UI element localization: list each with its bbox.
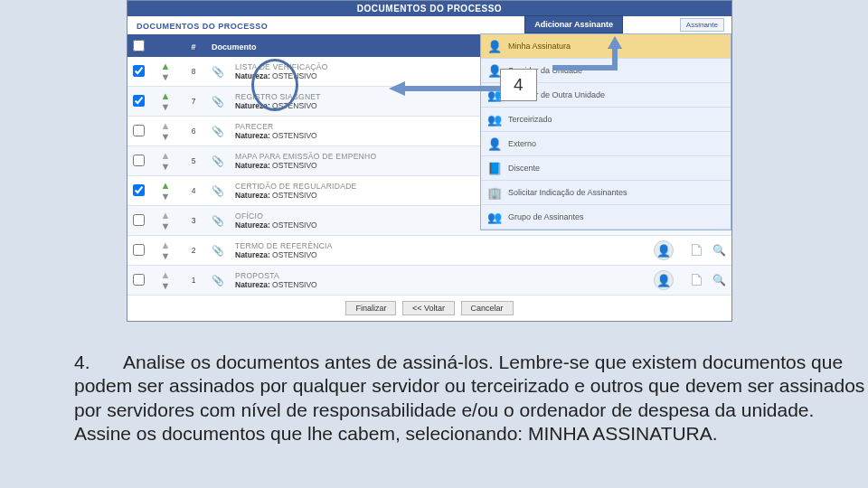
users-icon: 👥 bbox=[486, 111, 503, 127]
move-up-icon[interactable]: ▲ bbox=[161, 120, 171, 131]
document-cell[interactable]: PROPOSTANatureza: OSTENSIVO bbox=[230, 266, 627, 296]
spacer bbox=[627, 236, 642, 266]
move-down-icon[interactable]: ▼ bbox=[161, 280, 171, 291]
row-number: 6 bbox=[181, 117, 206, 146]
row-checkbox[interactable] bbox=[133, 244, 145, 256]
row-number: 2 bbox=[181, 236, 206, 266]
window-title: DOCUMENTOS DO PROCESSO bbox=[127, 1, 731, 16]
signer-chip[interactable]: Assinante bbox=[680, 18, 724, 32]
dropdown-item-4[interactable]: 👤Externo bbox=[481, 132, 731, 156]
svg-marker-0 bbox=[389, 81, 502, 96]
annotation-arrow-left bbox=[389, 81, 502, 96]
document-cell[interactable]: TERMO DE REFERÊNCIANatureza: OSTENSIVO bbox=[230, 236, 627, 266]
move-down-icon[interactable]: ▼ bbox=[161, 71, 171, 82]
dropdown-item-label: Solicitar Indicação de Assinantes bbox=[508, 188, 627, 197]
document-nature: Natureza: OSTENSIVO bbox=[235, 280, 621, 289]
dropdown-item-label: Discente bbox=[508, 164, 540, 173]
move-down-icon[interactable]: ▼ bbox=[161, 161, 171, 172]
row-number: 4 bbox=[181, 176, 206, 206]
dropdown-item-label: Terceirizado bbox=[508, 115, 552, 124]
user-icon: 👤 bbox=[486, 38, 503, 54]
move-up-icon[interactable]: ▲ bbox=[161, 269, 171, 280]
row-checkbox[interactable] bbox=[133, 184, 145, 196]
panel-header: DOCUMENTOS DO PROCESSO Adicionar Assinan… bbox=[127, 16, 731, 34]
row-number: 5 bbox=[181, 146, 206, 176]
move-up-icon[interactable]: ▲ bbox=[161, 239, 171, 250]
move-down-icon[interactable]: ▼ bbox=[161, 250, 171, 261]
instruction-body: Analise os documentos antes de assiná-lo… bbox=[74, 352, 864, 444]
annotation-arrow-up bbox=[544, 36, 622, 70]
row-number: 7 bbox=[181, 87, 206, 117]
add-signer-button[interactable]: Adicionar Assinante bbox=[524, 15, 623, 33]
row-number: 8 bbox=[181, 57, 206, 87]
callout-number: 4 bbox=[500, 69, 537, 101]
footer-buttons: Finalizar << Voltar Cancelar bbox=[127, 296, 731, 321]
row-checkbox[interactable] bbox=[133, 95, 145, 107]
avatar-icon: 👤 bbox=[654, 270, 674, 290]
attachment-icon[interactable]: 📎 bbox=[212, 275, 224, 286]
attachment-icon[interactable]: 📎 bbox=[212, 185, 224, 196]
move-up-icon[interactable]: ▲ bbox=[161, 150, 171, 161]
page-icon[interactable] bbox=[692, 274, 702, 286]
table-row: ▲ ▼2📎TERMO DE REFERÊNCIANatureza: OSTENS… bbox=[127, 236, 731, 266]
avatar-icon: 👤 bbox=[654, 240, 674, 260]
magnifier-icon[interactable]: 🔍 bbox=[712, 244, 726, 257]
attachment-icon[interactable]: 📎 bbox=[212, 66, 224, 77]
header-spacer bbox=[150, 36, 181, 57]
instruction-number: 4. bbox=[74, 351, 123, 374]
move-down-icon[interactable]: ▼ bbox=[161, 221, 171, 231]
users-icon: 👥 bbox=[486, 209, 503, 225]
building-icon: 🏢 bbox=[486, 184, 503, 201]
document-nature: Natureza: OSTENSIVO bbox=[235, 250, 621, 259]
header-checkbox[interactable] bbox=[127, 36, 150, 57]
magnifier-icon[interactable]: 🔍 bbox=[712, 274, 726, 286]
dropdown-item-5[interactable]: 📘Discente bbox=[481, 156, 731, 181]
move-down-icon[interactable]: ▼ bbox=[161, 191, 171, 202]
spacer bbox=[627, 266, 642, 296]
row-checkbox[interactable] bbox=[133, 155, 145, 166]
dropdown-item-7[interactable]: 👥Grupo de Assinantes bbox=[481, 205, 731, 230]
book-icon: 📘 bbox=[486, 160, 503, 176]
row-checkbox[interactable] bbox=[133, 214, 145, 226]
back-button[interactable]: << Voltar bbox=[402, 301, 455, 315]
move-up-icon[interactable]: ▲ bbox=[161, 180, 171, 191]
move-up-icon[interactable]: ▲ bbox=[161, 210, 171, 221]
attachment-icon[interactable]: 📎 bbox=[212, 96, 224, 107]
move-down-icon[interactable]: ▼ bbox=[161, 101, 171, 112]
finalize-button[interactable]: Finalizar bbox=[345, 301, 396, 315]
instruction-text: 4.Analise os documentos antes de assiná-… bbox=[74, 351, 868, 446]
cancel-button[interactable]: Cancelar bbox=[461, 301, 514, 315]
dropdown-item-3[interactable]: 👥Terceirizado bbox=[481, 108, 731, 132]
row-number: 3 bbox=[181, 206, 206, 236]
attachment-icon[interactable]: 📎 bbox=[212, 215, 224, 226]
table-row: ▲ ▼1📎PROPOSTANatureza: OSTENSIVO👤🔍 bbox=[127, 266, 731, 296]
dropdown-item-label: Grupo de Assinantes bbox=[508, 212, 584, 221]
row-checkbox[interactable] bbox=[133, 274, 145, 286]
row-checkbox[interactable] bbox=[133, 65, 145, 77]
svg-marker-1 bbox=[552, 36, 622, 70]
move-up-icon[interactable]: ▲ bbox=[161, 90, 171, 101]
dropdown-item-6[interactable]: 🏢Solicitar Indicação de Assinantes bbox=[481, 181, 731, 205]
move-down-icon[interactable]: ▼ bbox=[161, 131, 171, 142]
header-num: # bbox=[181, 36, 206, 57]
document-title: PROPOSTA bbox=[235, 271, 621, 280]
attachment-icon[interactable]: 📎 bbox=[212, 245, 224, 256]
dropdown-item-label: Externo bbox=[508, 139, 536, 148]
row-checkbox[interactable] bbox=[133, 125, 145, 136]
panel-title: DOCUMENTOS DO PROCESSO bbox=[137, 22, 268, 31]
row-number: 1 bbox=[181, 266, 206, 296]
document-title: TERMO DE REFERÊNCIA bbox=[235, 241, 621, 250]
user-icon: 👤 bbox=[486, 136, 503, 152]
attachment-icon[interactable]: 📎 bbox=[212, 155, 224, 166]
attachment-icon[interactable]: 📎 bbox=[212, 126, 224, 136]
page-icon[interactable] bbox=[692, 244, 702, 256]
move-up-icon[interactable]: ▲ bbox=[161, 61, 171, 71]
app-window: DOCUMENTOS DO PROCESSO DOCUMENTOS DO PRO… bbox=[127, 0, 732, 322]
